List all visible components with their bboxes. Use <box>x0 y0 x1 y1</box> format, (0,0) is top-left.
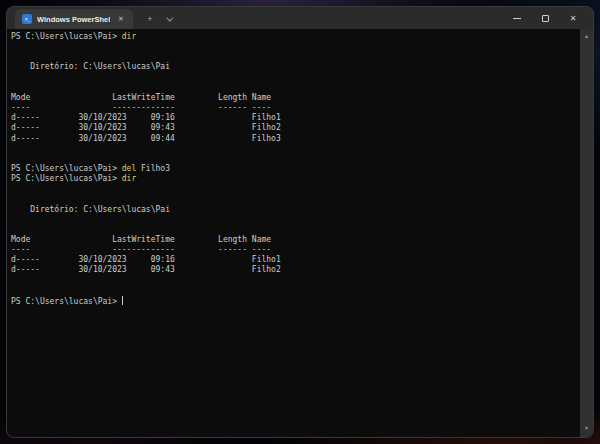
terminal-line: Mode LastWriteTime Length Name <box>11 93 580 103</box>
terminal-text-segment: Diretório: C:\Users\lucas\Pai <box>11 205 170 214</box>
terminal-text-segment: del <box>122 164 136 173</box>
terminal-line <box>11 154 580 164</box>
terminal-text-segment: PS C:\Users\lucas\Pai> <box>11 32 122 41</box>
terminal-line: d----- 30/10/2023 09:16 Filho1 <box>11 255 580 265</box>
terminal-text-segment: d----- 30/10/2023 09:44 Filho3 <box>11 134 281 143</box>
scrollbar-down-arrow-icon[interactable]: ▼ <box>580 423 593 433</box>
terminal-line: PS C:\Users\lucas\Pai> dir <box>11 32 580 42</box>
terminal-line <box>11 73 580 83</box>
terminal-content[interactable]: PS C:\Users\lucas\Pai> dir Diretório: C:… <box>7 29 593 437</box>
powershell-icon: >_ <box>22 14 32 24</box>
terminal-line: d----- 30/10/2023 09:16 Filho1 <box>11 113 580 123</box>
close-button[interactable]: ✕ <box>559 7 587 29</box>
maximize-button[interactable] <box>531 7 559 29</box>
tab-title: Windows PowerShell <box>37 15 110 24</box>
tab-windows-powershell[interactable]: >_ Windows PowerShell ✕ <box>15 9 133 29</box>
terminal-line <box>11 276 580 286</box>
terminal-text-segment: PS C:\Users\lucas\Pai> <box>11 164 122 173</box>
terminal-line: Diretório: C:\Users\lucas\Pai <box>11 62 580 72</box>
terminal-text-segment: Diretório: C:\Users\lucas\Pai <box>11 62 170 71</box>
terminal-text-segment: PS C:\Users\lucas\Pai> <box>11 297 122 306</box>
text-cursor <box>122 296 123 305</box>
terminal-text-segment: d----- 30/10/2023 09:16 Filho1 <box>11 255 281 264</box>
terminal-text-segment: Filho3 <box>136 164 170 173</box>
terminal-window: >_ Windows PowerShell ✕ + ✕ PS C:\Users\… <box>6 6 594 438</box>
terminal-line <box>11 225 580 235</box>
terminal-line <box>11 286 580 296</box>
terminal-text-segment: dir <box>122 174 136 183</box>
scrollbar-up-arrow-icon[interactable]: ▲ <box>580 31 593 41</box>
close-icon: ✕ <box>570 14 577 23</box>
terminal-line: Mode LastWriteTime Length Name <box>11 235 580 245</box>
terminal-text-segment: d----- 30/10/2023 09:43 Filho2 <box>11 265 281 274</box>
terminal-line: d----- 30/10/2023 09:43 Filho2 <box>11 123 580 133</box>
minimize-button[interactable] <box>503 7 531 29</box>
tab-dropdown-button[interactable] <box>159 10 177 28</box>
terminal-text-segment: d----- 30/10/2023 09:43 Filho2 <box>11 123 281 132</box>
tab-close-icon[interactable]: ✕ <box>115 13 127 25</box>
terminal-line: d----- 30/10/2023 09:44 Filho3 <box>11 134 580 144</box>
terminal-line: ---- ------------- ------ ---- <box>11 245 580 255</box>
chevron-down-icon <box>166 14 173 21</box>
titlebar-drag-area[interactable] <box>177 7 503 29</box>
terminal-text-segment: d----- 30/10/2023 09:16 Filho1 <box>11 113 281 122</box>
maximize-icon <box>542 15 549 22</box>
terminal-line: ---- ------------- ------ ---- <box>11 103 580 113</box>
terminal-line: PS C:\Users\lucas\Pai> del Filho3 <box>11 164 580 174</box>
minimize-icon <box>513 18 521 19</box>
terminal-line <box>11 83 580 93</box>
terminal-line <box>11 215 580 225</box>
terminal-line: PS C:\Users\lucas\Pai> <box>11 296 580 307</box>
terminal-line: Diretório: C:\Users\lucas\Pai <box>11 205 580 215</box>
new-tab-button[interactable]: + <box>141 10 159 28</box>
terminal-line <box>11 144 580 154</box>
terminal-line: d----- 30/10/2023 09:43 Filho2 <box>11 265 580 275</box>
terminal-text-segment: dir <box>122 32 136 41</box>
terminal-lines[interactable]: PS C:\Users\lucas\Pai> dir Diretório: C:… <box>7 29 580 437</box>
terminal-text-segment: ---- ------------- ------ ---- <box>11 103 271 112</box>
terminal-text-segment: PS C:\Users\lucas\Pai> <box>11 174 122 183</box>
titlebar[interactable]: >_ Windows PowerShell ✕ + ✕ <box>7 7 593 29</box>
terminal-line <box>11 184 580 194</box>
terminal-text-segment: Mode LastWriteTime Length Name <box>11 93 271 102</box>
terminal-line <box>11 52 580 62</box>
terminal-line <box>11 42 580 52</box>
terminal-text-segment: ---- ------------- ------ ---- <box>11 245 271 254</box>
scrollbar[interactable]: ▲ ▼ <box>580 29 593 437</box>
terminal-line <box>11 194 580 204</box>
terminal-line: PS C:\Users\lucas\Pai> dir <box>11 174 580 184</box>
terminal-text-segment: Mode LastWriteTime Length Name <box>11 235 271 244</box>
